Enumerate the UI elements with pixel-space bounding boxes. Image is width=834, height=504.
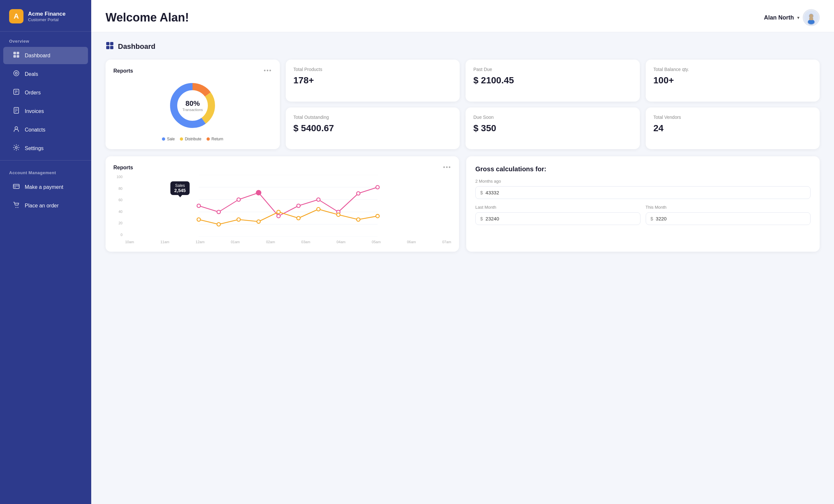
- bottom-row: Reports ••• Sales 2,545 100: [106, 156, 820, 252]
- distribute-dot: [180, 137, 183, 141]
- logo-icon: A: [9, 9, 23, 23]
- due-soon-value: $ 350: [474, 123, 632, 134]
- last-month-symbol: $: [480, 216, 483, 222]
- avatar: [803, 9, 820, 26]
- user-menu[interactable]: Alan North ▾: [764, 9, 820, 26]
- username-label: Alan North: [764, 14, 794, 21]
- svg-point-49: [357, 192, 360, 196]
- svg-point-57: [317, 207, 320, 211]
- chevron-down-icon: ▾: [797, 15, 799, 20]
- sidebar-item-invoices-label: Invoices: [25, 109, 44, 114]
- return-dot: [206, 137, 210, 141]
- svg-point-15: [15, 146, 17, 148]
- svg-point-47: [317, 198, 320, 202]
- svg-rect-18: [14, 187, 16, 187]
- settings-icon: [13, 144, 20, 153]
- x-03am: 03am: [301, 240, 310, 244]
- contacts-icon: [13, 125, 20, 134]
- sale-label: Sale: [167, 137, 175, 141]
- sidebar-item-dashboard[interactable]: Dashboard: [3, 47, 88, 64]
- account-management-label: Account Management: [0, 163, 91, 178]
- chart-header: Reports •••: [113, 164, 451, 171]
- stat-total-outstanding: Total Outstanding $ 5400.67: [286, 108, 460, 150]
- sidebar-item-invoices[interactable]: Invoices: [3, 102, 88, 120]
- donut-sub: Transactions: [182, 108, 203, 112]
- donut-pct: 80%: [182, 99, 203, 108]
- x-05am: 05am: [372, 240, 381, 244]
- y-100: 100: [117, 175, 123, 179]
- svg-point-58: [336, 213, 340, 216]
- orders-icon: [13, 88, 20, 97]
- sidebar-item-orders-label: Orders: [25, 90, 41, 96]
- x-02am: 02am: [266, 240, 275, 244]
- sidebar-item-deals[interactable]: Deals: [3, 65, 88, 83]
- svg-rect-2: [13, 55, 16, 58]
- sidebar-divider: [0, 160, 91, 161]
- stat-total-balance: Total Balance qty. 100+: [646, 60, 820, 101]
- sidebar-item-settings[interactable]: Settings: [3, 140, 88, 157]
- svg-point-56: [297, 216, 300, 220]
- two-months-symbol: $: [480, 190, 483, 196]
- svg-rect-16: [13, 184, 19, 188]
- overview-label: Overview: [0, 31, 91, 46]
- svg-point-43: [237, 198, 240, 202]
- sale-dot: [162, 137, 165, 141]
- last-month-label: Last Month: [475, 205, 640, 210]
- x-04am: 04am: [336, 240, 346, 244]
- line-chart-card: Reports ••• Sales 2,545 100: [106, 156, 459, 252]
- past-due-value: $ 2100.45: [474, 75, 632, 86]
- dashboard-header: Dashboard: [106, 41, 820, 52]
- tooltip-label: Sales: [174, 183, 186, 188]
- place-order-icon: [13, 201, 20, 210]
- sidebar-item-settings-label: Settings: [25, 145, 44, 152]
- svg-point-24: [809, 14, 813, 18]
- svg-point-44: [256, 190, 261, 196]
- past-due-label: Past Due: [474, 67, 632, 72]
- svg-point-14: [15, 127, 18, 129]
- main-content: Welcome Alan! Alan North ▾ Dashboard: [91, 0, 834, 504]
- sidebar-item-payment[interactable]: Make a payment: [3, 178, 88, 196]
- distribute-label: Distribute: [185, 137, 201, 141]
- sidebar-item-contacts[interactable]: Conatcts: [3, 121, 88, 138]
- two-months-value: 43332: [485, 190, 499, 196]
- sidebar-item-place-order[interactable]: Place an order: [3, 197, 88, 214]
- svg-point-59: [357, 218, 360, 222]
- svg-point-54: [257, 220, 260, 223]
- last-month-item: Last Month $ 23240: [475, 205, 640, 231]
- svg-point-55: [277, 210, 281, 214]
- svg-point-20: [18, 207, 19, 208]
- x-axis: 10am 11am 12am 01am 02am 03am 04am 05am …: [125, 238, 451, 244]
- legend-sale: Sale: [162, 137, 175, 141]
- two-months-input: $ 43332: [475, 186, 811, 199]
- dashboard-header-icon: [106, 41, 114, 52]
- chart-title: Reports: [113, 165, 133, 170]
- dashboard-content: Dashboard Reports •••: [91, 32, 834, 504]
- svg-rect-29: [106, 46, 109, 49]
- this-month-value: 3220: [656, 216, 666, 222]
- chart-menu-icon[interactable]: •••: [443, 164, 451, 171]
- sidebar-item-place-order-label: Place an order: [25, 203, 59, 209]
- welcome-title: Welcome Alan!: [106, 11, 189, 24]
- stat-due-soon: Due Soon $ 350: [465, 108, 640, 150]
- svg-point-51: [197, 218, 201, 222]
- this-month-item: This Month $ 3220: [646, 205, 811, 231]
- sidebar-logo: A Acme Finance Customer Portal: [0, 0, 91, 31]
- total-outstanding-value: $ 5400.67: [293, 123, 452, 134]
- gross-title: Gross calculations for:: [475, 165, 811, 173]
- donut-chart: 80% Transactions: [113, 79, 272, 132]
- reports-card: Reports ••• 80%: [106, 60, 280, 149]
- y-60: 60: [118, 198, 123, 202]
- svg-point-45: [277, 214, 281, 218]
- sidebar-item-orders[interactable]: Orders: [3, 84, 88, 101]
- reports-menu-icon[interactable]: •••: [264, 67, 272, 74]
- dashboard-icon: [13, 51, 20, 60]
- sidebar: A Acme Finance Customer Portal Overview …: [0, 0, 91, 504]
- svg-point-46: [297, 204, 300, 208]
- stat-past-due: Past Due $ 2100.45: [465, 60, 640, 101]
- chart-area: Sales 2,545 100 80 60 40 20 0: [113, 175, 451, 244]
- total-vendors-value: 24: [654, 123, 812, 134]
- sidebar-item-contacts-label: Conatcts: [25, 127, 45, 133]
- svg-rect-26: [809, 18, 813, 20]
- svg-point-25: [808, 20, 814, 24]
- total-outstanding-label: Total Outstanding: [293, 115, 452, 120]
